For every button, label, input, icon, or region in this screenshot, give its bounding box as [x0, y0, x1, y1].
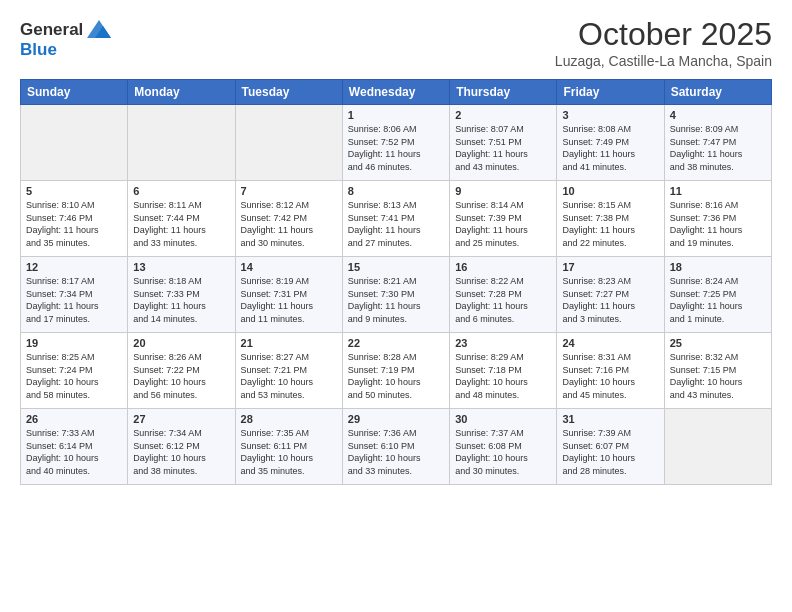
calendar-cell: 23Sunrise: 8:29 AM Sunset: 7:18 PM Dayli… [450, 333, 557, 409]
day-info: Sunrise: 8:21 AM Sunset: 7:30 PM Dayligh… [348, 275, 444, 325]
calendar-cell: 13Sunrise: 8:18 AM Sunset: 7:33 PM Dayli… [128, 257, 235, 333]
calendar-cell: 29Sunrise: 7:36 AM Sunset: 6:10 PM Dayli… [342, 409, 449, 485]
day-number: 14 [241, 261, 337, 273]
day-info: Sunrise: 8:16 AM Sunset: 7:36 PM Dayligh… [670, 199, 766, 249]
day-info: Sunrise: 7:36 AM Sunset: 6:10 PM Dayligh… [348, 427, 444, 477]
calendar-cell: 2Sunrise: 8:07 AM Sunset: 7:51 PM Daylig… [450, 105, 557, 181]
day-number: 20 [133, 337, 229, 349]
day-number: 16 [455, 261, 551, 273]
month-title: October 2025 [555, 16, 772, 53]
day-number: 8 [348, 185, 444, 197]
calendar-cell [21, 105, 128, 181]
day-info: Sunrise: 8:06 AM Sunset: 7:52 PM Dayligh… [348, 123, 444, 173]
day-number: 4 [670, 109, 766, 121]
calendar-cell: 24Sunrise: 8:31 AM Sunset: 7:16 PM Dayli… [557, 333, 664, 409]
day-info: Sunrise: 8:17 AM Sunset: 7:34 PM Dayligh… [26, 275, 122, 325]
day-number: 23 [455, 337, 551, 349]
calendar-cell: 21Sunrise: 8:27 AM Sunset: 7:21 PM Dayli… [235, 333, 342, 409]
day-number: 26 [26, 413, 122, 425]
day-info: Sunrise: 8:22 AM Sunset: 7:28 PM Dayligh… [455, 275, 551, 325]
day-info: Sunrise: 8:26 AM Sunset: 7:22 PM Dayligh… [133, 351, 229, 401]
day-number: 27 [133, 413, 229, 425]
weekday-header-row: SundayMondayTuesdayWednesdayThursdayFrid… [21, 80, 772, 105]
day-number: 17 [562, 261, 658, 273]
day-info: Sunrise: 8:31 AM Sunset: 7:16 PM Dayligh… [562, 351, 658, 401]
day-info: Sunrise: 7:34 AM Sunset: 6:12 PM Dayligh… [133, 427, 229, 477]
header: General Blue October 2025 Luzaga, Castil… [20, 16, 772, 69]
title-block: October 2025 Luzaga, Castille-La Mancha,… [555, 16, 772, 69]
calendar-cell [664, 409, 771, 485]
calendar-cell: 30Sunrise: 7:37 AM Sunset: 6:08 PM Dayli… [450, 409, 557, 485]
weekday-header-wednesday: Wednesday [342, 80, 449, 105]
calendar-week-row: 5Sunrise: 8:10 AM Sunset: 7:46 PM Daylig… [21, 181, 772, 257]
calendar-cell: 25Sunrise: 8:32 AM Sunset: 7:15 PM Dayli… [664, 333, 771, 409]
calendar-cell: 5Sunrise: 8:10 AM Sunset: 7:46 PM Daylig… [21, 181, 128, 257]
calendar-cell: 16Sunrise: 8:22 AM Sunset: 7:28 PM Dayli… [450, 257, 557, 333]
day-number: 22 [348, 337, 444, 349]
calendar-cell: 10Sunrise: 8:15 AM Sunset: 7:38 PM Dayli… [557, 181, 664, 257]
day-info: Sunrise: 8:10 AM Sunset: 7:46 PM Dayligh… [26, 199, 122, 249]
day-number: 19 [26, 337, 122, 349]
day-info: Sunrise: 8:18 AM Sunset: 7:33 PM Dayligh… [133, 275, 229, 325]
day-number: 1 [348, 109, 444, 121]
location: Luzaga, Castille-La Mancha, Spain [555, 53, 772, 69]
calendar-cell: 11Sunrise: 8:16 AM Sunset: 7:36 PM Dayli… [664, 181, 771, 257]
day-info: Sunrise: 8:13 AM Sunset: 7:41 PM Dayligh… [348, 199, 444, 249]
calendar-body: 1Sunrise: 8:06 AM Sunset: 7:52 PM Daylig… [21, 105, 772, 485]
calendar-cell: 28Sunrise: 7:35 AM Sunset: 6:11 PM Dayli… [235, 409, 342, 485]
day-info: Sunrise: 8:15 AM Sunset: 7:38 PM Dayligh… [562, 199, 658, 249]
day-number: 7 [241, 185, 337, 197]
calendar-page: General Blue October 2025 Luzaga, Castil… [0, 0, 792, 497]
logo-triangle-icon [85, 16, 113, 44]
day-info: Sunrise: 8:14 AM Sunset: 7:39 PM Dayligh… [455, 199, 551, 249]
weekday-header-tuesday: Tuesday [235, 80, 342, 105]
calendar-week-row: 19Sunrise: 8:25 AM Sunset: 7:24 PM Dayli… [21, 333, 772, 409]
day-number: 11 [670, 185, 766, 197]
day-number: 21 [241, 337, 337, 349]
day-number: 2 [455, 109, 551, 121]
day-info: Sunrise: 8:28 AM Sunset: 7:19 PM Dayligh… [348, 351, 444, 401]
day-number: 5 [26, 185, 122, 197]
day-info: Sunrise: 7:39 AM Sunset: 6:07 PM Dayligh… [562, 427, 658, 477]
day-number: 3 [562, 109, 658, 121]
calendar-header: SundayMondayTuesdayWednesdayThursdayFrid… [21, 80, 772, 105]
day-info: Sunrise: 8:25 AM Sunset: 7:24 PM Dayligh… [26, 351, 122, 401]
calendar-week-row: 1Sunrise: 8:06 AM Sunset: 7:52 PM Daylig… [21, 105, 772, 181]
day-info: Sunrise: 7:33 AM Sunset: 6:14 PM Dayligh… [26, 427, 122, 477]
calendar-cell: 8Sunrise: 8:13 AM Sunset: 7:41 PM Daylig… [342, 181, 449, 257]
day-number: 28 [241, 413, 337, 425]
calendar-cell: 6Sunrise: 8:11 AM Sunset: 7:44 PM Daylig… [128, 181, 235, 257]
calendar-table: SundayMondayTuesdayWednesdayThursdayFrid… [20, 79, 772, 485]
calendar-cell [128, 105, 235, 181]
day-info: Sunrise: 8:19 AM Sunset: 7:31 PM Dayligh… [241, 275, 337, 325]
logo: General Blue [20, 16, 113, 60]
calendar-cell: 12Sunrise: 8:17 AM Sunset: 7:34 PM Dayli… [21, 257, 128, 333]
calendar-cell: 20Sunrise: 8:26 AM Sunset: 7:22 PM Dayli… [128, 333, 235, 409]
day-info: Sunrise: 8:09 AM Sunset: 7:47 PM Dayligh… [670, 123, 766, 173]
day-info: Sunrise: 8:27 AM Sunset: 7:21 PM Dayligh… [241, 351, 337, 401]
calendar-cell: 22Sunrise: 8:28 AM Sunset: 7:19 PM Dayli… [342, 333, 449, 409]
weekday-header-thursday: Thursday [450, 80, 557, 105]
weekday-header-monday: Monday [128, 80, 235, 105]
calendar-week-row: 26Sunrise: 7:33 AM Sunset: 6:14 PM Dayli… [21, 409, 772, 485]
day-info: Sunrise: 8:08 AM Sunset: 7:49 PM Dayligh… [562, 123, 658, 173]
calendar-cell: 18Sunrise: 8:24 AM Sunset: 7:25 PM Dayli… [664, 257, 771, 333]
day-info: Sunrise: 8:24 AM Sunset: 7:25 PM Dayligh… [670, 275, 766, 325]
day-number: 9 [455, 185, 551, 197]
calendar-cell: 7Sunrise: 8:12 AM Sunset: 7:42 PM Daylig… [235, 181, 342, 257]
calendar-cell: 14Sunrise: 8:19 AM Sunset: 7:31 PM Dayli… [235, 257, 342, 333]
calendar-cell: 1Sunrise: 8:06 AM Sunset: 7:52 PM Daylig… [342, 105, 449, 181]
day-number: 12 [26, 261, 122, 273]
day-info: Sunrise: 8:32 AM Sunset: 7:15 PM Dayligh… [670, 351, 766, 401]
calendar-cell: 9Sunrise: 8:14 AM Sunset: 7:39 PM Daylig… [450, 181, 557, 257]
logo-general-text: General [20, 20, 83, 40]
day-info: Sunrise: 8:07 AM Sunset: 7:51 PM Dayligh… [455, 123, 551, 173]
day-info: Sunrise: 8:23 AM Sunset: 7:27 PM Dayligh… [562, 275, 658, 325]
calendar-cell: 4Sunrise: 8:09 AM Sunset: 7:47 PM Daylig… [664, 105, 771, 181]
day-number: 31 [562, 413, 658, 425]
day-number: 18 [670, 261, 766, 273]
day-number: 10 [562, 185, 658, 197]
day-info: Sunrise: 7:35 AM Sunset: 6:11 PM Dayligh… [241, 427, 337, 477]
weekday-header-saturday: Saturday [664, 80, 771, 105]
day-number: 13 [133, 261, 229, 273]
